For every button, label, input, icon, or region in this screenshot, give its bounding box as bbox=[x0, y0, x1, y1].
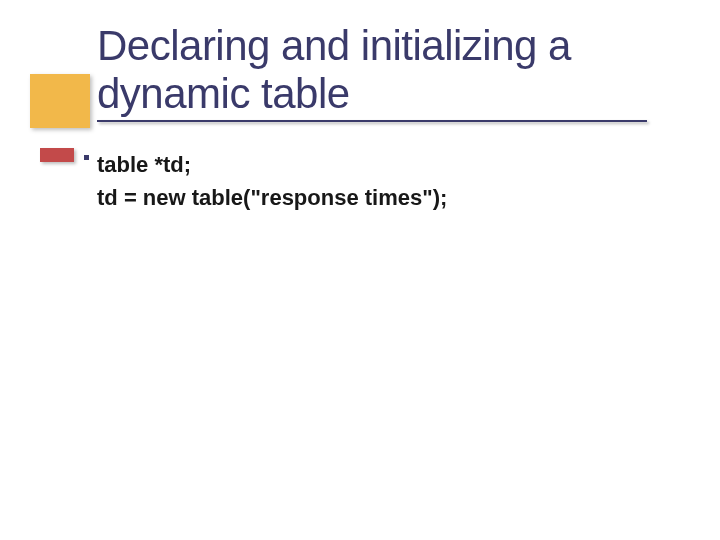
content-block: table *td; td = new table("response time… bbox=[97, 148, 690, 214]
code-line-2: td = new table("response times"); bbox=[97, 181, 690, 214]
accent-square bbox=[30, 74, 90, 128]
bullet-icon bbox=[84, 155, 89, 160]
accent-line bbox=[40, 148, 74, 162]
slide-title: Declaring and initializing a dynamic tab… bbox=[97, 22, 690, 119]
code-line-1: table *td; bbox=[97, 148, 690, 181]
title-underline bbox=[97, 120, 647, 122]
title-block: Declaring and initializing a dynamic tab… bbox=[97, 22, 690, 119]
